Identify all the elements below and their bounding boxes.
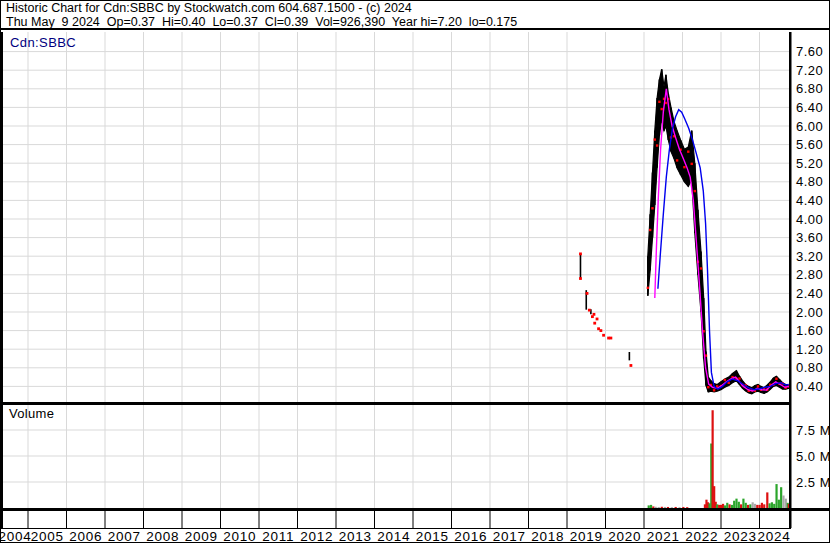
year-label: 2012 (300, 529, 333, 543)
historic-chart-window: Historic Chart for Cdn:SBBC by Stockwatc… (0, 0, 830, 543)
year-label: 2018 (531, 529, 564, 543)
price-tick-label: 1.60 (796, 323, 823, 338)
price-tick-label: 0.40 (796, 379, 823, 394)
year-label: 2014 (377, 529, 410, 543)
price-tick-label: 2.80 (796, 267, 823, 282)
year-label: 2023 (724, 529, 757, 543)
chart-title: Historic Chart for Cdn:SBBC by Stockwatc… (1, 1, 829, 15)
year-label: 2019 (570, 529, 603, 543)
year-label: 2006 (69, 529, 102, 543)
year-label: 2011 (262, 529, 294, 543)
price-band (648, 69, 789, 394)
year-label: 2008 (146, 529, 179, 543)
year-label: 2009 (185, 529, 218, 543)
price-tick-label: 4.00 (796, 212, 823, 227)
year-label: 2013 (339, 529, 372, 543)
price-tick-label: 7.20 (796, 63, 823, 78)
year-label: 2022 (685, 529, 718, 543)
price-tick-label: 3.60 (796, 230, 823, 245)
year-label: 2017 (493, 529, 526, 543)
price-tick-label: 4.40 (796, 193, 823, 208)
price-tick-label: 2.40 (796, 286, 823, 301)
year-label: 2004 (0, 529, 32, 543)
year-label: 2015 (416, 529, 449, 543)
volume-tick-label: 7.5 M (796, 423, 830, 438)
price-tick-label: 0.80 (796, 360, 823, 375)
price-tick-label: 6.80 (796, 81, 823, 96)
year-label: 2005 (31, 529, 64, 543)
year-label: 2021 (647, 529, 680, 543)
year-label: 2020 (608, 529, 641, 543)
price-tick-label: 7.60 (796, 44, 823, 59)
price-tick-label: 4.80 (796, 174, 823, 189)
price-volume-chart-canvas (1, 1, 830, 543)
price-tick-label: 6.40 (796, 100, 823, 115)
fast-ma-line (655, 89, 789, 391)
gridlines (3, 32, 789, 508)
year-label: 2010 (223, 529, 256, 543)
price-tick-label: 5.60 (796, 137, 823, 152)
year-label: 2024 (757, 529, 790, 543)
chart-header: Historic Chart for Cdn:SBBC by Stockwatc… (1, 1, 829, 30)
symbol-label: Cdn:SBBC (10, 35, 76, 50)
volume-bars (648, 410, 790, 508)
volume-panel-label: Volume (9, 406, 54, 421)
volume-tick-label: 5.0 M (796, 449, 830, 464)
price-tick-label: 1.20 (796, 342, 823, 357)
price-tick-label: 3.20 (796, 249, 823, 264)
quote-summary-line: Thu May 9 2024 Op=0.37 Hi=0.40 Lo=0.37 C… (1, 15, 829, 29)
year-label: 2016 (454, 529, 487, 543)
price-tick-label: 6.00 (796, 119, 823, 134)
year-label: 2007 (108, 529, 141, 543)
price-tick-label: 2.00 (796, 305, 823, 320)
price-tick-label: 5.20 (796, 156, 823, 171)
volume-tick-label: 2.5 M (796, 475, 830, 490)
panel-borders (1, 32, 830, 529)
